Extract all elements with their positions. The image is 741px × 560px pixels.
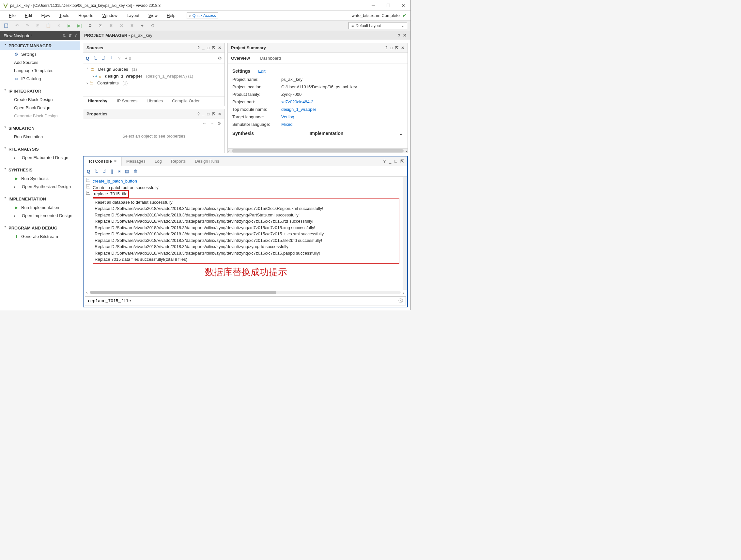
nav-run-implementation[interactable]: ▶Run Implementation bbox=[0, 204, 80, 212]
tree-design-sources[interactable]: ˅🗀 Design Sources (1) bbox=[86, 66, 221, 73]
tab-libraries[interactable]: Libraries bbox=[142, 96, 167, 106]
expand-icon[interactable]: ⇵ bbox=[103, 169, 107, 174]
menu-window[interactable]: Window bbox=[98, 12, 122, 19]
nav-create-block-design[interactable]: Create Block Design bbox=[0, 95, 80, 104]
tree-wrapper[interactable]: ›●▴ design_1_wrapper (design_1_wrapper.v… bbox=[86, 73, 221, 80]
maximize-button[interactable]: ☐ bbox=[384, 2, 393, 9]
console-hscroll[interactable]: ‹ › bbox=[83, 290, 407, 295]
close-icon[interactable]: ✕ bbox=[114, 159, 117, 163]
run-step-icon[interactable]: ▶| bbox=[77, 23, 82, 29]
maximize-icon[interactable]: □ bbox=[390, 46, 393, 50]
tab-dashboard[interactable]: Dashboard bbox=[260, 56, 281, 61]
layout-dropdown[interactable]: ≡Default Layout ⌄ bbox=[348, 22, 407, 29]
section-project-manager[interactable]: ˅PROJECT MANAGER bbox=[0, 42, 80, 50]
nav-ip-catalog[interactable]: ⧈IP Catalog bbox=[0, 75, 80, 83]
help-icon[interactable]: ? bbox=[383, 159, 386, 164]
tab-log[interactable]: Log bbox=[150, 157, 166, 166]
forward-icon[interactable]: → bbox=[210, 121, 214, 126]
minimize-button[interactable]: ─ bbox=[369, 2, 378, 9]
nav-open-synthesized[interactable]: › Open Synthesized Design bbox=[0, 182, 80, 191]
tab-overview[interactable]: Overview bbox=[231, 56, 250, 61]
gear-icon[interactable]: ⚙ bbox=[217, 121, 221, 126]
tree-constraints[interactable]: ›🗀 Constraints (1) bbox=[86, 80, 221, 86]
help-icon[interactable]: ? bbox=[197, 112, 200, 116]
restore-icon[interactable]: ⇱ bbox=[212, 112, 215, 116]
collapse-marker-icon[interactable]: − bbox=[86, 191, 90, 194]
gear-icon[interactable]: ⚙ bbox=[87, 23, 93, 29]
expand-icon[interactable]: ⇵ bbox=[102, 56, 106, 61]
nav-run-simulation[interactable]: Run Simulation bbox=[0, 133, 80, 141]
cut-icon[interactable]: ✕ bbox=[56, 23, 62, 29]
menu-view[interactable]: View bbox=[144, 12, 162, 19]
maximize-icon[interactable]: □ bbox=[207, 46, 209, 50]
close-button[interactable]: ✕ bbox=[399, 2, 408, 9]
menu-file[interactable]: File bbox=[4, 12, 20, 19]
cancel3-icon[interactable]: ✖ bbox=[129, 23, 135, 29]
maximize-icon[interactable]: □ bbox=[207, 112, 209, 116]
nav-open-elaborated[interactable]: › Open Elaborated Design bbox=[0, 154, 80, 162]
section-rtl-analysis[interactable]: ˅RTL ANALYSIS bbox=[0, 145, 80, 154]
tab-tcl-console[interactable]: Tcl Console✕ bbox=[83, 157, 122, 166]
close-icon[interactable]: ✕ bbox=[401, 46, 404, 50]
top-module-link[interactable]: design_1_wrapper bbox=[281, 107, 316, 112]
new-icon[interactable] bbox=[4, 23, 9, 29]
cancel2-icon[interactable]: ✖ bbox=[119, 23, 124, 29]
expand-icon[interactable]: ⇵ bbox=[69, 33, 72, 38]
pause-icon[interactable]: ‖ bbox=[111, 169, 113, 174]
menu-flow[interactable]: Flow bbox=[37, 12, 55, 19]
tab-design-runs[interactable]: Design Runs bbox=[190, 157, 223, 166]
console-output[interactable]: −create_ip_patch_button −Create ip patch… bbox=[83, 177, 403, 290]
section-synthesis[interactable]: ˅SYNTHESIS bbox=[0, 166, 80, 174]
add-icon[interactable]: + bbox=[110, 55, 114, 62]
sources-tree[interactable]: ˅🗀 Design Sources (1) ›●▴ design_1_wrapp… bbox=[83, 64, 224, 96]
copy-icon[interactable]: ⎘ bbox=[118, 169, 120, 174]
gear-icon[interactable]: ⚙ bbox=[218, 56, 222, 61]
search-icon[interactable]: Q bbox=[87, 169, 90, 174]
collapse-icon[interactable]: ⇅ bbox=[94, 169, 98, 174]
minimize-icon[interactable]: _ bbox=[202, 112, 205, 116]
clear-input-icon[interactable]: ⓧ bbox=[398, 298, 403, 304]
nav-add-sources[interactable]: Add Sources bbox=[0, 58, 80, 67]
plus-icon[interactable]: + bbox=[139, 23, 145, 29]
collapse-marker-icon[interactable]: − bbox=[86, 184, 90, 188]
summary-hscroll[interactable]: ‹ › bbox=[228, 148, 408, 153]
edit-link[interactable]: Edit bbox=[258, 69, 265, 74]
search-icon[interactable]: Q bbox=[86, 56, 89, 61]
cancel-icon[interactable]: ✖ bbox=[108, 23, 114, 29]
nav-run-synthesis[interactable]: ▶Run Synthesis bbox=[0, 174, 80, 182]
collapse-icon[interactable]: ⇅ bbox=[63, 33, 66, 38]
close-icon[interactable]: ✕ bbox=[218, 112, 221, 116]
console-vscroll[interactable] bbox=[403, 177, 407, 290]
nav-language-templates[interactable]: Language Templates bbox=[0, 67, 80, 75]
tab-compile-order[interactable]: Compile Order bbox=[167, 96, 204, 106]
tab-hierarchy[interactable]: Hierarchy bbox=[83, 96, 112, 106]
nav-generate-bitstream[interactable]: ⬇Generate Bitstream bbox=[0, 232, 80, 241]
collapse-icon[interactable]: ⇅ bbox=[94, 56, 97, 61]
help-icon[interactable]: ? bbox=[74, 33, 77, 38]
menu-help[interactable]: Help bbox=[162, 12, 180, 19]
sigma-icon[interactable]: Σ bbox=[97, 23, 104, 29]
redo-icon[interactable]: ↷ bbox=[24, 23, 30, 29]
target-lang-link[interactable]: Verilog bbox=[281, 114, 294, 119]
close-icon[interactable]: ✕ bbox=[403, 33, 407, 38]
undo-icon[interactable]: ↶ bbox=[14, 23, 20, 29]
tab-messages[interactable]: Messages bbox=[122, 157, 150, 166]
tab-reports[interactable]: Reports bbox=[166, 157, 191, 166]
help-icon[interactable]: ? bbox=[385, 46, 387, 50]
tab-ip-sources[interactable]: IP Sources bbox=[112, 96, 142, 106]
restore-icon[interactable]: ⇱ bbox=[400, 159, 404, 164]
quick-access-search[interactable]: ⌕ Quick Access bbox=[187, 12, 218, 19]
back-icon[interactable]: ← bbox=[202, 121, 207, 126]
list-icon[interactable]: ▤ bbox=[125, 169, 129, 174]
section-simulation[interactable]: ˅SIMULATION bbox=[0, 124, 80, 133]
copy-icon[interactable]: ⎘ bbox=[35, 23, 41, 29]
restore-icon[interactable]: ⇱ bbox=[212, 46, 215, 50]
nav-open-block-design[interactable]: Open Block Design bbox=[0, 104, 80, 112]
stop-icon[interactable]: ⊘ bbox=[150, 23, 156, 29]
section-implementation[interactable]: ˅IMPLEMENTATION bbox=[0, 194, 80, 204]
paste-icon[interactable]: 📋 bbox=[45, 23, 51, 29]
nav-generate-block-design[interactable]: Generate Block Design bbox=[0, 112, 80, 120]
section-program-debug[interactable]: ˅PROGRAM AND DEBUG bbox=[0, 224, 80, 232]
sim-lang-link[interactable]: Mixed bbox=[281, 122, 293, 127]
chevron-down-icon[interactable]: ⌄ bbox=[399, 131, 403, 136]
